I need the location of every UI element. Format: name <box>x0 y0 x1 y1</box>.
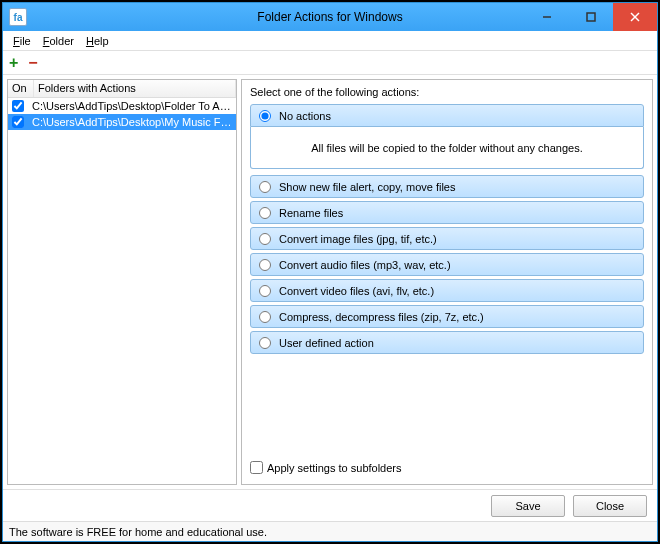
minimize-button[interactable] <box>525 3 569 31</box>
folder-path: C:\Users\AddTips\Desktop\Folder To Actio… <box>32 100 236 112</box>
folder-path: C:\Users\AddTips\Desktop\My Music Folder <box>32 116 236 128</box>
folder-list[interactable]: C:\Users\AddTips\Desktop\Folder To Actio… <box>8 98 236 484</box>
action-radio[interactable] <box>259 207 271 219</box>
action-radio[interactable] <box>259 233 271 245</box>
action-radio[interactable] <box>259 181 271 193</box>
statusbar: The software is FREE for home and educat… <box>3 521 657 541</box>
column-on[interactable]: On <box>8 80 34 97</box>
content-area: On Folders with Actions C:\Users\AddTips… <box>3 75 657 489</box>
apply-subfolders-label: Apply settings to subfolders <box>267 462 402 474</box>
column-path[interactable]: Folders with Actions <box>34 80 236 97</box>
menu-file[interactable]: File <box>7 33 37 49</box>
folder-checkbox[interactable] <box>12 100 24 112</box>
action-label: Convert image files (jpg, tif, etc.) <box>279 233 437 245</box>
action-item[interactable]: Rename files <box>250 201 644 224</box>
maximize-button[interactable] <box>569 3 613 31</box>
action-radio[interactable] <box>259 110 271 122</box>
action-label: No actions <box>279 110 331 122</box>
app-window: fa Folder Actions for Windows File Folde… <box>2 2 658 542</box>
button-row: Save Close <box>3 489 657 521</box>
action-item[interactable]: User defined action <box>250 331 644 354</box>
action-label: Convert video files (avi, flv, etc.) <box>279 285 434 297</box>
folder-row[interactable]: C:\Users\AddTips\Desktop\Folder To Actio… <box>8 98 236 114</box>
add-folder-button[interactable]: + <box>9 55 18 71</box>
action-label: Show new file alert, copy, move files <box>279 181 455 193</box>
action-radio[interactable] <box>259 285 271 297</box>
remove-folder-button[interactable]: − <box>28 55 37 71</box>
apply-subfolders-checkbox[interactable] <box>250 461 263 474</box>
action-radio[interactable] <box>259 259 271 271</box>
app-icon: fa <box>9 8 27 26</box>
action-item[interactable]: Show new file alert, copy, move files <box>250 175 644 198</box>
action-item[interactable]: No actions <box>250 104 644 127</box>
folder-list-pane: On Folders with Actions C:\Users\AddTips… <box>7 79 237 485</box>
status-text: The software is FREE for home and educat… <box>9 526 267 538</box>
action-item[interactable]: Convert video files (avi, flv, etc.) <box>250 279 644 302</box>
action-label: Convert audio files (mp3, wav, etc.) <box>279 259 451 271</box>
menubar: File Folder Help <box>3 31 657 51</box>
close-button[interactable] <box>613 3 657 31</box>
action-radio[interactable] <box>259 337 271 349</box>
action-item[interactable]: Convert image files (jpg, tif, etc.) <box>250 227 644 250</box>
menu-folder[interactable]: Folder <box>37 33 80 49</box>
folder-row[interactable]: C:\Users\AddTips\Desktop\My Music Folder <box>8 114 236 130</box>
subfolders-row: Apply settings to subfolders <box>250 457 644 478</box>
column-header: On Folders with Actions <box>8 80 236 98</box>
action-description: All files will be copied to the folder w… <box>250 127 644 169</box>
save-button[interactable]: Save <box>491 495 565 517</box>
action-radio[interactable] <box>259 311 271 323</box>
actions-pane: Select one of the following actions: No … <box>241 79 653 485</box>
titlebar: fa Folder Actions for Windows <box>3 3 657 31</box>
action-item[interactable]: Compress, decompress files (zip, 7z, etc… <box>250 305 644 328</box>
menu-help[interactable]: Help <box>80 33 115 49</box>
window-controls <box>525 3 657 31</box>
action-label: User defined action <box>279 337 374 349</box>
actions-list: No actionsAll files will be copied to th… <box>250 104 644 354</box>
folder-checkbox[interactable] <box>12 116 24 128</box>
toolbar: + − <box>3 51 657 75</box>
svg-rect-1 <box>587 13 595 21</box>
close-window-button[interactable]: Close <box>573 495 647 517</box>
action-label: Compress, decompress files (zip, 7z, etc… <box>279 311 484 323</box>
action-item[interactable]: Convert audio files (mp3, wav, etc.) <box>250 253 644 276</box>
actions-prompt: Select one of the following actions: <box>250 86 644 98</box>
action-label: Rename files <box>279 207 343 219</box>
